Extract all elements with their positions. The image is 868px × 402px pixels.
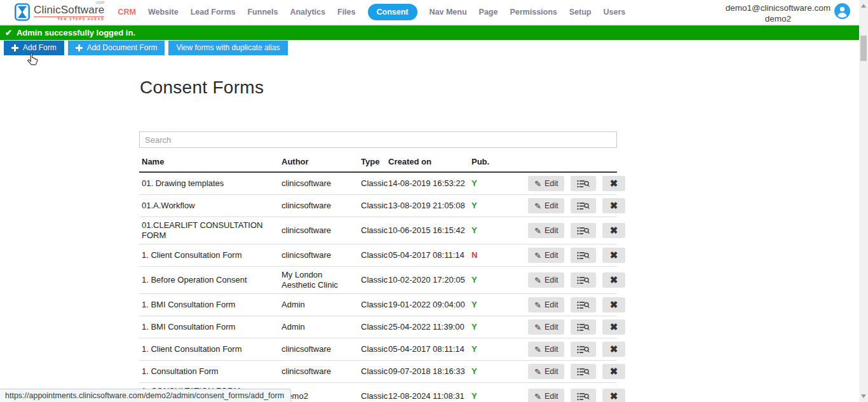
form-type-cell: Classic [358, 361, 386, 383]
list-search-icon [577, 180, 590, 188]
browser-status-url: https://appointments.clinicsoftware.com/… [0, 389, 291, 402]
table-row: 01. Drawing templates clinicsoftware Cla… [139, 172, 617, 195]
form-type-cell: Classic [358, 172, 386, 195]
form-author-cell: My London Aesthetic Clinic [279, 267, 358, 294]
form-author-cell: clinicsoftware [279, 245, 358, 267]
x-delete-icon: ✖ [610, 178, 618, 189]
consent-forms-table: Name Author Type Created on Pub. 01. Dra… [139, 152, 617, 402]
table-row: 1. Client Consultation Form clinicsoftwa… [139, 245, 617, 267]
form-name-cell: 01.A.Workflow [139, 195, 279, 217]
vertical-scrollbar[interactable] [859, 0, 868, 402]
preview-list-button[interactable] [571, 319, 596, 335]
form-name-cell: 1. Client Consultation Form [139, 245, 279, 267]
delete-button[interactable]: ✖ [602, 272, 626, 288]
form-created-cell: 25-04-2022 11:39:00 [386, 316, 469, 338]
form-type-cell: Classic [358, 383, 386, 402]
delete-button[interactable]: ✖ [602, 176, 626, 191]
list-search-icon [577, 368, 590, 376]
plus-icon [11, 44, 18, 51]
preview-list-button[interactable] [571, 342, 596, 357]
pencil-icon: ✎ [534, 251, 541, 260]
edit-button[interactable]: ✎Edit [528, 272, 564, 288]
form-author-cell: Admin [279, 316, 358, 338]
edit-button[interactable]: ✎Edit [528, 297, 564, 312]
table-row: 01.A.Workflow clinicsoftware Classic 13-… [139, 195, 617, 217]
preview-list-button[interactable] [571, 198, 596, 213]
edit-button[interactable]: ✎Edit [528, 364, 564, 379]
form-author-cell: Admin [279, 294, 358, 316]
form-published-cell: Y [469, 195, 522, 217]
scroll-up-arrow-icon[interactable] [861, 4, 866, 8]
form-published-cell: Y [469, 338, 522, 361]
edit-button[interactable]: ✎Edit [528, 319, 564, 335]
edit-button[interactable]: ✎Edit [528, 223, 564, 238]
search-input[interactable] [139, 131, 617, 148]
delete-button[interactable]: ✖ [602, 223, 626, 238]
preview-list-button[interactable] [571, 364, 596, 379]
column-header-author: Author [279, 152, 358, 172]
form-created-cell: 10-02-2020 17:20:05 [386, 267, 469, 294]
success-banner-message: Admin successfully logged in. [17, 28, 135, 37]
form-author-cell: clinicsoftware [279, 195, 358, 217]
status-url-text: https://appointments.clinicsoftware.com/… [5, 391, 284, 400]
list-search-icon [577, 202, 590, 210]
column-header-pub: Pub. [469, 152, 522, 172]
logo-tld-text: .com [95, 0, 104, 4]
delete-button[interactable]: ✖ [602, 364, 626, 379]
delete-button[interactable]: ✖ [602, 319, 626, 335]
hourglass-logo-icon [14, 3, 31, 21]
form-name-cell: 01. Drawing templates [139, 172, 279, 195]
form-published-cell: Y [469, 172, 522, 195]
preview-list-button[interactable] [571, 223, 596, 238]
list-search-icon [577, 227, 590, 235]
x-delete-icon: ✖ [610, 366, 618, 377]
nav-item-crm[interactable]: CRM [118, 8, 135, 17]
pencil-icon: ✎ [534, 201, 541, 211]
add-form-button[interactable]: Add Form [4, 41, 64, 55]
scroll-down-arrow-icon[interactable] [861, 394, 866, 398]
edit-button[interactable]: ✎Edit [528, 389, 564, 402]
delete-button[interactable]: ✖ [602, 297, 626, 312]
consent-forms-panel: Consent Forms Name Author Type Created o… [139, 0, 617, 402]
pencil-icon: ✎ [534, 345, 541, 354]
edit-button[interactable]: ✎Edit [528, 198, 564, 213]
pencil-icon: ✎ [534, 392, 541, 401]
edit-button[interactable]: ✎Edit [528, 342, 564, 357]
scrollbar-thumb[interactable] [860, 36, 867, 61]
pencil-icon: ✎ [534, 179, 541, 189]
table-row: 1. Before Operation Consent My London Ae… [139, 267, 617, 294]
list-search-icon [577, 251, 590, 260]
preview-list-button[interactable] [571, 176, 596, 191]
add-form-label: Add Form [23, 43, 57, 52]
plus-icon [76, 44, 83, 51]
preview-list-button[interactable] [571, 297, 596, 312]
logo-brand-text: ClinicSoftware [34, 4, 104, 16]
form-type-cell: Classic [358, 245, 386, 267]
delete-button[interactable]: ✖ [602, 389, 626, 402]
clinicsoftware-logo[interactable]: ClinicSoftware .com TEN STEPS AHEAD [14, 3, 104, 22]
delete-button[interactable]: ✖ [602, 342, 626, 357]
list-search-icon [577, 345, 590, 354]
form-created-cell: 13-08-2019 21:05:08 [386, 195, 469, 217]
edit-button[interactable]: ✎Edit [528, 248, 564, 263]
pencil-icon: ✎ [534, 323, 541, 332]
preview-list-button[interactable] [571, 272, 596, 288]
form-published-cell: Y [469, 294, 522, 316]
form-created-cell: 14-08-2019 16:53:22 [386, 172, 469, 195]
form-type-cell: Classic [358, 217, 386, 245]
preview-list-button[interactable] [571, 248, 596, 263]
pencil-icon: ✎ [534, 276, 541, 285]
form-name-cell: 1. Client Consultation Form [139, 338, 279, 361]
user-account-block[interactable]: demo1@clinicsoftware.com demo2 [726, 1, 850, 24]
delete-button[interactable]: ✖ [602, 198, 626, 213]
edit-button[interactable]: ✎Edit [528, 176, 564, 191]
preview-list-button[interactable] [571, 389, 596, 402]
delete-button[interactable]: ✖ [602, 248, 626, 263]
user-avatar-icon[interactable] [834, 3, 850, 19]
form-published-cell: Y [469, 316, 522, 338]
column-header-type: Type [358, 152, 386, 172]
list-search-icon [577, 392, 590, 401]
logo-tagline: TEN STEPS AHEAD [34, 17, 104, 22]
table-row: 1. BMI Consultation Form Admin Classic 1… [139, 294, 617, 316]
form-author-cell: clinicsoftware [279, 217, 358, 245]
